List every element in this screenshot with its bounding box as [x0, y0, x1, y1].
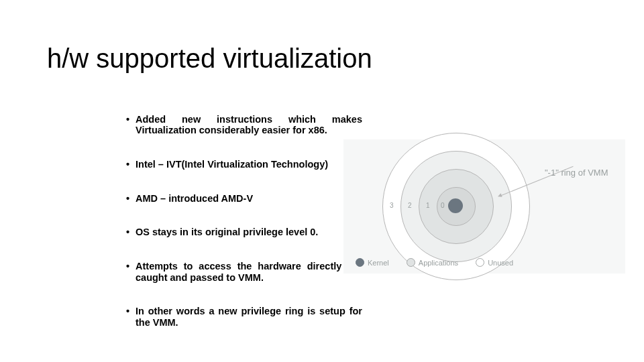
bullet-item: In other words a new privilege ring is s… [136, 306, 362, 328]
bullet-item: Intel – IVT(Intel Virtualization Technol… [136, 159, 362, 170]
bullet-item: Added new instructions which makes Virtu… [136, 114, 362, 136]
ring-label-3: 3 [390, 202, 394, 209]
ring-label-2: 2 [408, 202, 412, 209]
slide-title: h/w supported virtualization [47, 44, 372, 74]
ring-label-0: 0 [441, 202, 445, 209]
legend-applications: Applications [407, 258, 458, 267]
legend-unused: Unused [476, 258, 513, 267]
ring-minus1-core [448, 198, 463, 213]
bullet-list: Added new instructions which makes Virtu… [109, 114, 362, 351]
callout-text: "-1" ring of VMM [545, 168, 608, 178]
legend-label: Applications [419, 259, 458, 267]
bullet-item: OS stays in its original privilege level… [136, 227, 362, 238]
circle-icon [356, 258, 364, 267]
circle-icon [407, 258, 415, 267]
ring-label-1: 1 [426, 202, 430, 209]
legend-label: Unused [488, 259, 513, 267]
bullet-item: AMD – introduced AMD-V [136, 193, 362, 204]
ring-diagram: 3 2 1 0 "-1" ring of VMM Kernel Applicat… [343, 139, 625, 274]
legend: Kernel Applications Unused [356, 258, 513, 267]
bullet-item: Attempts to access the hardware directly… [136, 261, 362, 283]
legend-label: Kernel [368, 259, 389, 267]
circle-icon [476, 258, 484, 267]
legend-kernel: Kernel [356, 258, 389, 267]
